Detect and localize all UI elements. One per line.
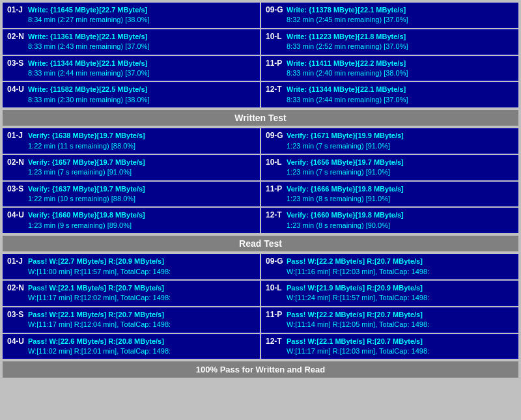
write-section: 01-J Write: {11645 MByte}[22.7 MByte/s] … — [3, 3, 518, 126]
write-09g-id: 09-G — [266, 5, 284, 14]
write-09g-line2: 8:32 min (2:45 min remaining) [37.0%] — [287, 15, 408, 25]
read-09g-line1: Pass! W:[22.2 MByte/s] R:[20.7 MByte/s] — [287, 257, 429, 266]
write-12t-line2: 8:33 min (2:44 min remaining) [37.0%] — [287, 95, 408, 105]
write-10l-line2: 8:33 min (2:52 min remaining) [37.0%] — [287, 42, 408, 51]
write-11p-id: 11-P — [266, 59, 284, 68]
verify-10l-cell: 10-L Verify: {1656 MByte}[19.7 MByte/s] … — [261, 155, 518, 180]
read-09g-cell: 09-G Pass! W:[22.2 MByte/s] R:[20.7 MByt… — [261, 254, 518, 279]
read-12t-cell: 12-T Pass! W:[22.1 MByte/s] R:[20.7 MByt… — [261, 334, 518, 359]
verify-12t-line1: Verify: {1660 MByte}[19.8 MByte/s] — [287, 210, 404, 220]
read-09g-id: 09-G — [266, 257, 284, 266]
read-11p-line2: W:[11:14 min] R:[12:05 min], TotalCap: 1… — [287, 320, 429, 329]
write-10l-cell: 10-L Write: {11223 MByte}[21.8 MByte/s] … — [261, 29, 518, 55]
verify-01j-line1: Verify: {1638 MByte}[19.7 MByte/s] — [28, 131, 145, 141]
read-03s-cell: 03-S Pass! W:[22.1 MByte/s] R:[20.7 MByt… — [3, 307, 260, 333]
verify-11p-line2: 1:23 min (8 s remaining) [91.0%] — [287, 194, 404, 204]
read-12t-line1: Pass! W:[22.1 MByte/s] R:[20.7 MByte/s] — [287, 337, 429, 346]
footer-status: 100% Pass for Written and Read — [3, 361, 518, 378]
write-04u-line1: Write: {11582 MByte}[22.5 MByte/s] — [28, 85, 149, 94]
read-02n-line2: W:[11:17 min] R:[12:02 min], TotalCap: 1… — [28, 293, 171, 303]
read-section: 01-J Pass! W:[22.7 MByte/s] R:[20.9 MByt… — [3, 254, 518, 359]
read-10l-line2: W:[11:24 min] R:[11:57 min], TotalCap: 1… — [287, 293, 429, 303]
write-01j-line1: Write: {11645 MByte}[22.7 MByte/s] — [28, 5, 149, 15]
read-11p-cell: 11-P Pass! W:[22.2 MByte/s] R:[20.7 MByt… — [261, 307, 518, 333]
main-container: 01-J Write: {11645 MByte}[22.7 MByte/s] … — [0, 0, 521, 380]
write-09g-cell: 09-G Write: {11378 MByte}[22.1 MByte/s] … — [261, 3, 518, 28]
write-10l-id: 10-L — [266, 32, 284, 41]
verify-03s-cell: 03-S Verify: {1637 MByte}[19.7 MByte/s] … — [3, 182, 260, 207]
write-03s-line1: Write: {11344 MByte}[22.1 MByte/s] — [28, 59, 149, 68]
read-12t-line2: W:[11:17 min] R:[12:03 min], TotalCap: 1… — [287, 346, 429, 356]
verify-11p-line1: Verify: {1666 MByte}[19.8 MByte/s] — [287, 184, 404, 194]
write-04u-id: 04-U — [7, 85, 25, 94]
read-04u-cell: 04-U Pass! W:[22.6 MByte/s] R:[20.8 MByt… — [3, 334, 260, 359]
write-04u-cell: 04-U Write: {11582 MByte}[22.5 MByte/s] … — [3, 82, 260, 107]
read-11p-id: 11-P — [266, 310, 284, 319]
verify-12t-cell: 12-T Verify: {1660 MByte}[19.8 MByte/s] … — [261, 208, 518, 233]
write-12t-line1: Write: {11344 MByte}[22.1 MByte/s] — [287, 85, 408, 94]
write-02n-line2: 8:33 min (2:43 min remaining) [37.0%] — [28, 42, 149, 51]
read-01j-line1: Pass! W:[22.7 MByte/s] R:[20.9 MByte/s] — [28, 257, 171, 266]
verify-03s-line2: 1:22 min (10 s remaining) [88.0%] — [28, 194, 145, 204]
write-09g-line1: Write: {11378 MByte}[22.1 MByte/s] — [287, 5, 408, 15]
write-11p-line2: 8:33 min (2:40 min remaining) [38.0%] — [287, 68, 408, 78]
verify-10l-id: 10-L — [266, 158, 284, 167]
write-03s-line2: 8:33 min (2:44 min remaining) [37.0%] — [28, 68, 149, 78]
verify-04u-id: 04-U — [7, 210, 25, 219]
verify-01j-id: 01-J — [7, 131, 25, 140]
write-01j-line2: 8:34 min (2:27 min remaining) [38.0%] — [28, 15, 149, 25]
verify-section: 01-J Verify: {1638 MByte}[19.7 MByte/s] … — [3, 128, 518, 251]
verify-04u-cell: 04-U Verify: {1660 MByte}[19.8 MByte/s] … — [3, 208, 260, 233]
written-test-header: Written Test — [3, 110, 518, 126]
read-11p-line1: Pass! W:[22.2 MByte/s] R:[20.7 MByte/s] — [287, 310, 429, 320]
write-01j-id: 01-J — [7, 5, 25, 14]
verify-09g-line2: 1:23 min (7 s remaining) [91.0%] — [287, 141, 404, 151]
verify-03s-id: 03-S — [7, 184, 25, 193]
verify-02n-line2: 1:23 min (7 s remaining) [91.0%] — [28, 167, 145, 177]
write-12t-cell: 12-T Write: {11344 MByte}[22.1 MByte/s] … — [261, 82, 518, 107]
read-02n-line1: Pass! W:[22.1 MByte/s] R:[20.7 MByte/s] — [28, 283, 171, 293]
verify-01j-cell: 01-J Verify: {1638 MByte}[19.7 MByte/s] … — [3, 128, 260, 154]
write-11p-cell: 11-P Write: {11411 MByte}[22.2 MByte/s] … — [261, 56, 518, 81]
verify-09g-cell: 09-G Verify: {1671 MByte}[19.9 MByte/s] … — [261, 128, 518, 154]
read-09g-line2: W:[11:16 min] R:[12:03 min], TotalCap: 1… — [287, 267, 429, 277]
write-03s-id: 03-S — [7, 59, 25, 68]
write-02n-line1: Write: {11361 MByte}[22.1 MByte/s] — [28, 32, 149, 42]
verify-10l-line2: 1:23 min (7 s remaining) [91.0%] — [287, 167, 404, 177]
verify-04u-line2: 1:23 min (9 s remaining) [89.0%] — [28, 221, 145, 231]
verify-12t-line2: 1:23 min (8 s remaining) [90.0%] — [287, 221, 404, 231]
read-12t-id: 12-T — [266, 337, 284, 346]
verify-12t-id: 12-T — [266, 210, 284, 219]
verify-grid: 01-J Verify: {1638 MByte}[19.7 MByte/s] … — [3, 128, 518, 233]
write-04u-line2: 8:33 min (2:30 min remaining) [38.0%] — [28, 95, 149, 105]
verify-09g-id: 09-G — [266, 131, 284, 140]
read-01j-id: 01-J — [7, 257, 25, 266]
write-12t-id: 12-T — [266, 85, 284, 94]
read-01j-line2: W:[11:00 min] R:[11:57 min], TotalCap: 1… — [28, 267, 171, 277]
verify-03s-line1: Verify: {1637 MByte}[19.7 MByte/s] — [28, 184, 145, 194]
read-03s-line1: Pass! W:[22.1 MByte/s] R:[20.7 MByte/s] — [28, 310, 171, 320]
write-02n-id: 02-N — [7, 32, 25, 41]
verify-02n-cell: 02-N Verify: {1657 MByte}[19.7 MByte/s] … — [3, 155, 260, 180]
verify-09g-line1: Verify: {1671 MByte}[19.9 MByte/s] — [287, 131, 404, 141]
read-04u-line2: W:[11:02 min] R:[12:01 min], TotalCap: 1… — [28, 346, 171, 356]
verify-11p-id: 11-P — [266, 184, 284, 193]
write-01j-cell: 01-J Write: {11645 MByte}[22.7 MByte/s] … — [3, 3, 260, 28]
verify-left-col: 01-J Verify: {1638 MByte}[19.7 MByte/s] … — [3, 128, 260, 233]
read-test-header: Read Test — [3, 236, 518, 251]
read-grid: 01-J Pass! W:[22.7 MByte/s] R:[20.9 MByt… — [3, 254, 518, 359]
write-03s-cell: 03-S Write: {11344 MByte}[22.1 MByte/s] … — [3, 56, 260, 81]
write-10l-line1: Write: {11223 MByte}[21.8 MByte/s] — [287, 32, 408, 42]
read-02n-id: 02-N — [7, 283, 25, 292]
read-04u-line1: Pass! W:[22.6 MByte/s] R:[20.8 MByte/s] — [28, 337, 171, 346]
write-right-col: 09-G Write: {11378 MByte}[22.1 MByte/s] … — [261, 3, 518, 107]
read-04u-id: 04-U — [7, 337, 25, 346]
read-01j-cell: 01-J Pass! W:[22.7 MByte/s] R:[20.9 MByt… — [3, 254, 260, 279]
read-10l-id: 10-L — [266, 283, 284, 292]
read-right-col: 09-G Pass! W:[22.2 MByte/s] R:[20.7 MByt… — [261, 254, 518, 359]
write-grid: 01-J Write: {11645 MByte}[22.7 MByte/s] … — [3, 3, 518, 107]
read-02n-cell: 02-N Pass! W:[22.1 MByte/s] R:[20.7 MByt… — [3, 281, 260, 306]
verify-right-col: 09-G Verify: {1671 MByte}[19.9 MByte/s] … — [261, 128, 518, 233]
write-11p-line1: Write: {11411 MByte}[22.2 MByte/s] — [287, 59, 408, 68]
verify-01j-line2: 1:22 min (11 s remaining) [88.0%] — [28, 141, 145, 151]
